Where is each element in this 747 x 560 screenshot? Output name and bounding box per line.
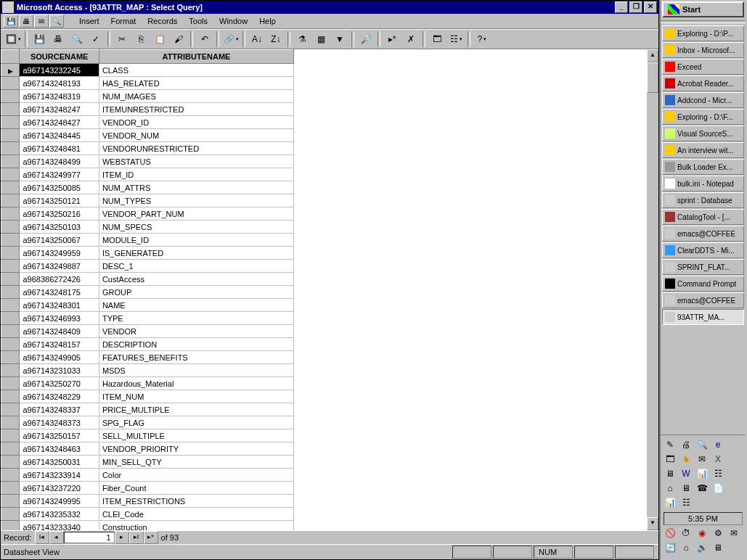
cell-attributename[interactable]: SELL_MULTIPLE xyxy=(99,429,293,442)
cell-attributename[interactable]: HAS_RELATED xyxy=(99,77,293,90)
cell-sourcename[interactable]: a967143250121 xyxy=(20,194,99,207)
table-row[interactable]: a967143248427VENDOR_ID xyxy=(1,116,294,129)
tray-icon[interactable]: 📊 xyxy=(695,467,709,480)
taskbar-button[interactable]: 93ATTR_MA... xyxy=(662,309,744,325)
new-record-nav-button[interactable]: ▸* xyxy=(144,531,158,544)
cell-sourcename[interactable]: a967143250216 xyxy=(20,207,99,221)
row-selector[interactable] xyxy=(1,286,20,299)
taskbar-button[interactable]: Addcond - Micr... xyxy=(662,92,744,108)
menu-records[interactable]: Records xyxy=(142,15,183,27)
table-row[interactable]: a967143246993TYPE xyxy=(1,312,294,325)
table-row[interactable]: a967143250067MODULE_ID xyxy=(1,234,294,247)
view-button[interactable]: 🔲▾ xyxy=(4,30,22,48)
menu-window[interactable]: Window xyxy=(213,15,253,27)
cell-attributename[interactable]: IS_GENERATED xyxy=(99,247,293,260)
table-row[interactable]: a967143250085NUM_ATTRS xyxy=(1,181,294,194)
cell-sourcename[interactable]: a967143249887 xyxy=(20,260,99,273)
query-grid[interactable]: SOURCENAME ATTRIBUTENAME ▶a967143232245C… xyxy=(1,49,294,530)
undo-button[interactable]: ↶ xyxy=(196,30,213,48)
restore-button[interactable]: ❐ xyxy=(629,1,642,13)
tray-status-icon[interactable]: ⌂ xyxy=(679,541,693,554)
find-button[interactable]: 🔎 xyxy=(357,30,375,48)
cell-sourcename[interactable]: a967143248463 xyxy=(20,442,99,456)
tray-icon[interactable] xyxy=(727,467,740,480)
tray-icon[interactable]: ☎ xyxy=(695,482,709,495)
table-row[interactable]: a967143250216VENDOR_PART_NUM xyxy=(1,207,294,221)
tray-icon[interactable]: X xyxy=(711,453,724,466)
tray-icon[interactable] xyxy=(727,453,740,466)
spelling-button[interactable]: ✓ xyxy=(87,30,105,48)
tray-status-icon[interactable]: 🚫 xyxy=(664,527,677,540)
table-row[interactable]: a967143248409VENDOR xyxy=(1,325,294,338)
print-button[interactable]: 🖶 xyxy=(49,30,67,48)
taskbar-button[interactable]: Inbox - Microsof... xyxy=(662,42,744,58)
cell-attributename[interactable]: CustAccess xyxy=(99,273,293,286)
cell-sourcename[interactable]: a967143248427 xyxy=(20,116,99,129)
cell-sourcename[interactable]: a967143249977 xyxy=(20,168,99,181)
tray-icon[interactable] xyxy=(727,482,740,495)
row-selector[interactable] xyxy=(1,247,20,260)
new-object-button[interactable]: ☷▾ xyxy=(447,30,465,48)
cell-sourcename[interactable]: a967143246993 xyxy=(20,312,99,325)
row-selector[interactable] xyxy=(1,273,20,286)
row-selector[interactable] xyxy=(1,155,20,168)
cell-attributename[interactable]: ITEM_RESTRICTIONS xyxy=(99,495,293,508)
cut-button[interactable]: ✂ xyxy=(113,30,131,48)
cell-attributename[interactable]: WEBSTATUS xyxy=(99,155,293,168)
tray-status-icon[interactable]: 🔊 xyxy=(695,541,709,554)
tray-icon[interactable]: ☷ xyxy=(711,467,724,480)
copy-button[interactable]: ⎘ xyxy=(132,30,150,48)
start-button[interactable]: Start xyxy=(662,1,744,17)
table-row[interactable]: a967143250157SELL_MULTIPLE xyxy=(1,429,294,442)
taskbar-button[interactable]: bulk.ini - Notepad xyxy=(662,176,744,192)
row-selector[interactable] xyxy=(1,521,20,531)
table-row[interactable]: a967143248157DESCRIPTION xyxy=(1,338,294,351)
table-row[interactable]: a967143248301NAME xyxy=(1,299,294,312)
next-record-button[interactable]: ▸ xyxy=(115,531,129,544)
save-icon[interactable]: 💾 xyxy=(4,15,18,28)
table-row[interactable]: a967143249959IS_GENERATED xyxy=(1,247,294,260)
select-all-cell[interactable] xyxy=(1,50,20,64)
cell-sourcename[interactable]: a967143248193 xyxy=(20,77,99,90)
cell-attributename[interactable]: MIN_SELL_QTY xyxy=(99,456,293,469)
vertical-scrollbar[interactable]: ▲ ▼ xyxy=(647,49,658,530)
cell-sourcename[interactable]: a967143250103 xyxy=(20,221,99,234)
tray-icon[interactable]: 🖥 xyxy=(679,482,693,495)
cell-sourcename[interactable]: a967143233340 xyxy=(20,521,99,531)
table-row[interactable]: a967143248445VENDOR_NUM xyxy=(1,129,294,142)
save-button[interactable]: 💾 xyxy=(30,30,48,48)
new-record-button[interactable]: ▸* xyxy=(383,30,401,48)
cell-attributename[interactable]: VENDORUNRESTRICTED xyxy=(99,142,293,155)
row-selector[interactable] xyxy=(1,221,20,234)
cell-attributename[interactable]: CLEI_Code xyxy=(99,508,293,521)
cell-attributename[interactable]: DESC_1 xyxy=(99,260,293,273)
taskbar-button[interactable]: Exploring - D:\F... xyxy=(662,109,744,125)
row-selector[interactable] xyxy=(1,207,20,221)
cell-sourcename[interactable]: a967143250270 xyxy=(20,377,99,390)
preview-button[interactable]: 🔍 xyxy=(68,30,86,48)
row-selector[interactable] xyxy=(1,482,20,495)
cell-attributename[interactable]: Fiber_Count xyxy=(99,482,293,495)
prev-record-button[interactable]: ◂ xyxy=(49,531,64,544)
cell-sourcename[interactable]: a967143250031 xyxy=(20,456,99,469)
tray-status-icon[interactable]: ✉ xyxy=(727,527,740,540)
cell-attributename[interactable]: ITEMUNRESTRICTED xyxy=(99,103,293,116)
cell-sourcename[interactable]: a967143248481 xyxy=(20,142,99,155)
row-selector[interactable] xyxy=(1,508,20,521)
cell-attributename[interactable]: TYPE xyxy=(99,312,293,325)
cell-sourcename[interactable]: a967143248157 xyxy=(20,338,99,351)
row-selector[interactable] xyxy=(1,103,20,116)
taskbar-button[interactable]: Command Prompt xyxy=(662,276,744,292)
table-row[interactable]: a967143231033MSDS xyxy=(1,364,294,377)
column-header-attributename[interactable]: ATTRIBUTENAME xyxy=(99,50,293,64)
row-selector[interactable] xyxy=(1,416,20,429)
tray-icon[interactable]: 📄 xyxy=(711,482,724,495)
table-row[interactable]: a967143248247ITEMUNRESTRICTED xyxy=(1,103,294,116)
table-row[interactable]: a967143250270Hazardous_Material xyxy=(1,377,294,390)
cell-attributename[interactable]: Hazardous_Material xyxy=(99,377,293,390)
table-row[interactable]: a967143249977ITEM_ID xyxy=(1,168,294,181)
row-selector[interactable] xyxy=(1,181,20,194)
tray-icon[interactable]: 🗔 xyxy=(664,453,677,466)
row-selector[interactable] xyxy=(1,299,20,312)
row-selector[interactable] xyxy=(1,116,20,129)
